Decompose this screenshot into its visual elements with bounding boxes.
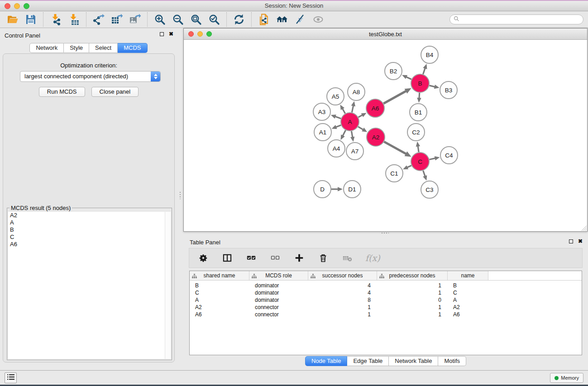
show-details-button[interactable] <box>309 12 327 27</box>
table-cell[interactable]: dominator <box>249 282 308 289</box>
new-network-from-selection-button[interactable] <box>255 12 273 27</box>
table-cell[interactable]: A <box>190 297 249 303</box>
graph-node-A5[interactable]: A5 <box>327 88 344 105</box>
fx-function-button[interactable]: f(x) <box>365 253 380 263</box>
result-list-item[interactable]: A <box>8 219 165 226</box>
graph-node-C2[interactable]: C2 <box>407 124 425 141</box>
table-cell[interactable]: 8 <box>308 297 377 303</box>
column-header-name[interactable]: name <box>448 271 488 280</box>
vertical-divider-handle[interactable] <box>180 192 181 199</box>
import-table-button[interactable] <box>65 12 83 27</box>
table-cell[interactable]: 4 <box>308 282 377 289</box>
open-file-button[interactable] <box>4 12 22 27</box>
column-header-shared-name[interactable]: shared name <box>190 271 249 280</box>
save-session-button[interactable] <box>22 12 40 27</box>
graph-node-A4[interactable]: A4 <box>328 140 345 157</box>
result-list-item[interactable]: A2 <box>8 212 165 219</box>
table-cell[interactable]: dominator <box>249 290 308 296</box>
column-header-successor-nodes[interactable]: successor nodes <box>308 271 377 280</box>
graph-node-D[interactable]: D <box>314 181 331 198</box>
run-mcds-button[interactable]: Run MCDS <box>39 87 85 97</box>
graph-node-B[interactable]: B <box>411 74 429 92</box>
table-cell[interactable]: C <box>190 290 249 296</box>
table-cell[interactable]: B <box>190 282 249 289</box>
refresh-layout-button[interactable] <box>230 12 248 27</box>
close-table-panel-icon[interactable]: ✖ <box>578 239 583 243</box>
table-row[interactable]: Bdominator41B <box>190 282 582 289</box>
zoom-out-button[interactable] <box>169 12 187 27</box>
export-network-button[interactable] <box>90 12 108 27</box>
graph-node-C4[interactable]: C4 <box>440 147 458 164</box>
tab-select[interactable]: Select <box>89 43 118 53</box>
table-cell[interactable]: connector <box>249 311 308 318</box>
delete-column-button[interactable] <box>317 252 329 264</box>
result-list-item[interactable]: B <box>8 226 165 234</box>
mcds-result-list[interactable]: A2ABCA6 <box>8 212 165 359</box>
table-cell[interactable]: dominator <box>249 297 308 303</box>
table-cell[interactable]: 4 <box>308 290 377 296</box>
column-header-predecessor-nodes[interactable]: predecessor nodes <box>377 271 448 280</box>
horizontal-divider-handle[interactable] <box>382 233 389 234</box>
table-cell[interactable]: 1 <box>308 311 377 318</box>
tab-node-table[interactable]: Node Table <box>305 356 348 366</box>
float-panel-icon[interactable] <box>160 32 164 36</box>
graph-node-A3[interactable]: A3 <box>313 103 330 120</box>
graph-node-A[interactable]: A <box>341 113 359 131</box>
network-window-titlebar[interactable]: testGlobe.txt <box>184 29 587 40</box>
delete-table-button[interactable] <box>341 252 353 264</box>
optimization-criterion-select[interactable]: largest connected component (directed) <box>20 71 161 82</box>
table-cell[interactable]: A6 <box>448 311 488 318</box>
result-list-item[interactable]: C <box>8 234 165 241</box>
table-cell[interactable]: B <box>448 282 488 289</box>
graph-node-B1[interactable]: B1 <box>410 104 427 121</box>
table-cell[interactable]: C <box>448 290 488 296</box>
network-canvas[interactable]: B4B2BB3A5A8A6B1A3AA1C2A2A4A7C4CC1C3DD1 <box>184 40 587 231</box>
table-cell[interactable]: connector <box>249 304 308 310</box>
close-panel-button[interactable]: Close panel <box>91 87 139 97</box>
result-scrollbar[interactable] <box>165 212 171 359</box>
search-input[interactable] <box>462 16 579 23</box>
select-all-button[interactable] <box>245 252 257 264</box>
split-view-button[interactable] <box>221 252 233 264</box>
deselect-all-button[interactable] <box>269 252 281 264</box>
hide-details-button[interactable]: v <box>291 12 309 27</box>
table-row[interactable]: A6connector11A6 <box>190 311 582 318</box>
table-cell[interactable]: A6 <box>190 311 249 318</box>
tab-style[interactable]: Style <box>64 43 89 53</box>
tab-motifs[interactable]: Motifs <box>438 356 466 366</box>
add-column-button[interactable] <box>293 252 305 264</box>
graph-node-C3[interactable]: C3 <box>421 181 438 198</box>
table-cell[interactable]: A2 <box>448 304 488 310</box>
table-cell[interactable]: A2 <box>190 304 249 310</box>
table-cell[interactable]: A <box>448 297 488 303</box>
first-neighbors-button[interactable] <box>273 12 291 27</box>
graph-node-C[interactable]: C <box>411 152 429 171</box>
table-cell[interactable]: 0 <box>377 297 448 303</box>
tab-edge-table[interactable]: Edge Table <box>347 356 389 366</box>
column-header-MCDS-role[interactable]: MCDS role <box>249 271 308 280</box>
memory-button[interactable]: Memory <box>550 373 583 383</box>
table-row[interactable]: Cdominator41C <box>190 289 582 296</box>
zoom-selected-button[interactable] <box>205 12 223 27</box>
result-list-item[interactable]: A6 <box>8 241 165 248</box>
graph-node-A1[interactable]: A1 <box>314 124 331 141</box>
graph-node-D1[interactable]: D1 <box>344 181 361 198</box>
show-panel-list-button[interactable] <box>5 372 17 383</box>
graph-node-B4[interactable]: B4 <box>421 46 438 63</box>
graph-node-A2[interactable]: A2 <box>367 128 385 146</box>
export-table-button[interactable] <box>108 12 126 27</box>
gear-button[interactable] <box>197 252 209 264</box>
import-network-button[interactable] <box>47 12 65 27</box>
tab-network[interactable]: Network <box>29 43 64 53</box>
graph-node-A7[interactable]: A7 <box>346 143 363 160</box>
float-table-panel-icon[interactable] <box>569 239 573 243</box>
graph-node-A8[interactable]: A8 <box>348 83 365 100</box>
search-field[interactable] <box>449 14 583 24</box>
table-cell[interactable]: 1 <box>377 282 448 289</box>
tab-network-table[interactable]: Network Table <box>389 356 438 366</box>
close-panel-icon[interactable]: ✖ <box>169 32 173 36</box>
graph-node-B2[interactable]: B2 <box>385 62 402 80</box>
resize-grip[interactable] <box>580 224 587 231</box>
table-cell[interactable]: 1 <box>377 311 448 318</box>
zoom-fit-button[interactable] <box>187 12 205 27</box>
